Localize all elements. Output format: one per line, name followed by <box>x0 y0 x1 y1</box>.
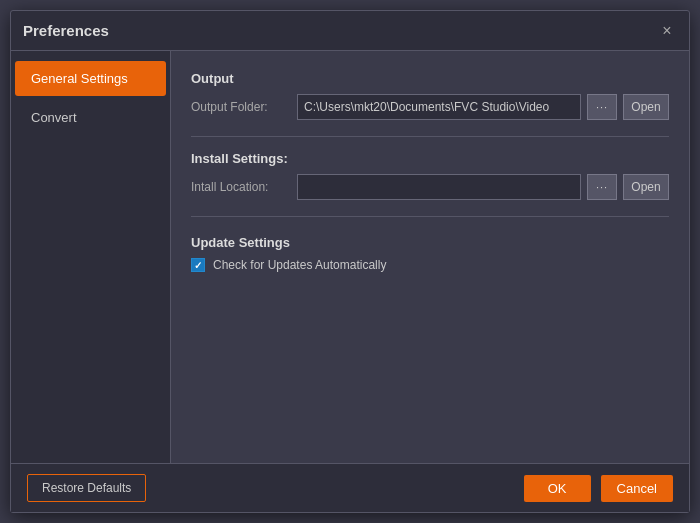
update-section: Update Settings Check for Updates Automa… <box>191 231 669 272</box>
install-location-browse-button[interactable]: ··· <box>587 174 617 200</box>
close-button[interactable]: × <box>657 21 677 41</box>
sidebar: General Settings Convert <box>11 51 171 463</box>
output-folder-label: Output Folder: <box>191 100 291 114</box>
install-location-row: Intall Location: ··· Open <box>191 174 669 200</box>
output-folder-row: Output Folder: ··· Open <box>191 94 669 120</box>
install-location-input[interactable] <box>297 174 581 200</box>
sidebar-item-general-settings[interactable]: General Settings <box>15 61 166 96</box>
output-folder-input[interactable] <box>297 94 581 120</box>
output-section-title: Output <box>191 71 669 86</box>
update-section-title: Update Settings <box>191 235 669 250</box>
output-folder-browse-button[interactable]: ··· <box>587 94 617 120</box>
separator-1 <box>191 136 669 137</box>
install-location-label: Intall Location: <box>191 180 291 194</box>
output-folder-open-button[interactable]: Open <box>623 94 669 120</box>
preferences-dialog: Preferences × General Settings Convert O… <box>10 10 690 513</box>
install-location-open-button[interactable]: Open <box>623 174 669 200</box>
check-updates-checkbox[interactable] <box>191 258 205 272</box>
restore-defaults-button[interactable]: Restore Defaults <box>27 474 146 502</box>
main-content: Output Output Folder: ··· Open Install S… <box>171 51 689 463</box>
sidebar-item-convert[interactable]: Convert <box>15 100 166 135</box>
footer-right: OK Cancel <box>524 475 673 502</box>
dialog-body: General Settings Convert Output Output F… <box>11 51 689 463</box>
check-updates-row: Check for Updates Automatically <box>191 258 669 272</box>
title-bar: Preferences × <box>11 11 689 51</box>
check-updates-label: Check for Updates Automatically <box>213 258 386 272</box>
dialog-title: Preferences <box>23 22 109 39</box>
separator-2 <box>191 216 669 217</box>
install-section-title: Install Settings: <box>191 151 669 166</box>
cancel-button[interactable]: Cancel <box>601 475 673 502</box>
ok-button[interactable]: OK <box>524 475 591 502</box>
dialog-footer: Restore Defaults OK Cancel <box>11 463 689 512</box>
